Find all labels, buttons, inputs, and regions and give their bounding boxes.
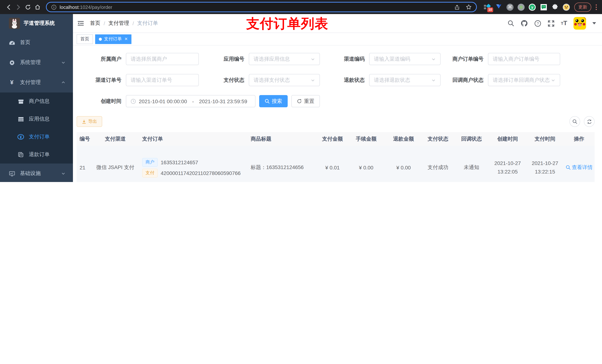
refund-status-select[interactable]: 请选择退款状态	[369, 74, 441, 86]
channel-order-no-input[interactable]: 请输入渠道订单号	[126, 74, 199, 86]
browser-update-button[interactable]: 更新	[574, 2, 591, 12]
font-size-icon[interactable]: TT	[561, 20, 567, 27]
col-id: 编号	[77, 135, 91, 142]
col-actions: 操作	[563, 135, 595, 142]
date-range-input[interactable]: 2021-10-01 00:00:00 - 2021-10-31 23:59:5…	[126, 95, 256, 107]
filter-channel-code: 渠道编码 请输入渠道编码	[320, 53, 441, 65]
clock-icon	[131, 99, 136, 104]
merchant-order-no: 1635312124657	[161, 159, 198, 165]
user-avatar[interactable]	[573, 17, 586, 30]
channel-code-select[interactable]: 请输入渠道编码	[369, 53, 441, 65]
placeholder: 请选择支付状态	[254, 77, 290, 83]
tab-label: 首页	[80, 36, 89, 42]
orders-table: 编号 支付渠道 支付订单 商品标题 支付金额 手续金额 退款金额 支付状态 回调…	[77, 132, 595, 182]
filter-label: 渠道订单号	[77, 77, 126, 83]
forward-button[interactable]	[13, 2, 23, 12]
sidebar-item-refund-order[interactable]: 退款订单	[0, 146, 73, 164]
sidebar-item-pay-order[interactable]: 支付订单	[0, 128, 73, 146]
page-content: 所属商户 请选择所属商户 应用编号 请选择应用信息 渠道编码	[73, 45, 602, 182]
help-icon[interactable]: ?	[534, 20, 541, 27]
table-grid-icon	[16, 116, 25, 122]
filter-label: 商户订单编号	[441, 56, 488, 62]
extension-diamond-icon[interactable]: 10	[484, 3, 491, 11]
monitor-icon	[7, 170, 16, 177]
filter-pay-status: 支付状态 请选择支付状态	[199, 74, 320, 86]
app-select[interactable]: 请选择应用信息	[249, 53, 320, 65]
home-button[interactable]	[32, 2, 42, 12]
breadcrumb-home[interactable]: 首页	[90, 20, 100, 27]
breadcrumb-current: 支付订单	[137, 20, 158, 27]
extensions-row: 10 ⌘ y	[484, 3, 570, 11]
col-refund: 退款金额	[386, 135, 422, 142]
sidebar-toggle-icon[interactable]	[77, 19, 85, 27]
download-icon	[82, 119, 86, 124]
merchant-order-no-input[interactable]: 请输入商户订单编号	[488, 53, 560, 65]
reload-button[interactable]	[23, 2, 32, 12]
extension-command-icon[interactable]: ⌘	[506, 3, 514, 10]
view-detail-link[interactable]: 查看详情	[566, 164, 592, 171]
table-row[interactable]: 21 微信 JSAPI 支付 商户1635312124657 支付4200001…	[77, 146, 595, 182]
pay-tag: 支付	[142, 168, 158, 177]
yen-icon: ¥	[7, 79, 16, 86]
reset-button[interactable]: 重置	[291, 95, 320, 107]
extensions-puzzle-icon[interactable]	[551, 3, 559, 11]
sidebar-item-pay[interactable]: ¥ 支付管理	[0, 73, 73, 93]
store-icon	[16, 98, 25, 104]
site-info-icon[interactable]	[51, 4, 57, 10]
extension-y-icon[interactable]: y	[529, 3, 536, 10]
col-pay-time: 支付时间	[527, 135, 563, 142]
chevron-up-icon	[61, 80, 65, 85]
search-icon	[265, 99, 269, 104]
url-bar[interactable]: localhost:1024/pay/order	[46, 2, 477, 12]
col-status: 支付状态	[422, 135, 454, 142]
fullscreen-icon[interactable]	[548, 20, 555, 27]
dashboard-icon	[7, 39, 16, 46]
browser-toolbar: localhost:1024/pay/order 10 ⌘	[0, 0, 602, 14]
cell-status: 支付成功	[422, 164, 454, 171]
breadcrumb-pay[interactable]: 支付管理	[108, 20, 129, 27]
avatar-dropdown-caret[interactable]	[592, 22, 596, 24]
chevron-down-icon	[61, 60, 65, 65]
toggle-search-button[interactable]	[570, 116, 580, 127]
search-icon[interactable]	[508, 20, 514, 27]
close-icon[interactable]: ✕	[124, 37, 128, 41]
tab-pay-order[interactable]: 支付订单 ✕	[95, 34, 131, 44]
refresh-table-button[interactable]	[584, 116, 595, 127]
sidebar-item-infra[interactable]: 基础设施	[0, 164, 73, 182]
search-button-label: 搜索	[272, 98, 282, 104]
placeholder: 请选择订单回调商户状态	[493, 77, 550, 83]
bookmark-star-icon[interactable]	[466, 4, 472, 10]
sidebar-item-home[interactable]: 首页	[0, 32, 73, 52]
placeholder: 请选择退款状态	[374, 77, 410, 83]
merchant-select[interactable]: 请选择所属商户	[126, 53, 199, 65]
export-button-label: 导出	[88, 118, 97, 125]
sidebar-item-label: 商户信息	[29, 98, 50, 105]
export-button[interactable]: 导出	[77, 116, 102, 127]
search-button[interactable]: 搜索	[259, 95, 288, 107]
sidebar-item-merchant-info[interactable]: 商户信息	[0, 93, 73, 110]
back-button[interactable]	[4, 2, 13, 12]
share-icon[interactable]	[454, 4, 460, 10]
screenshot-root: localhost:1024/pay/order 10 ⌘	[0, 0, 602, 182]
col-fee: 手续金额	[347, 135, 386, 142]
extension-kite-icon[interactable]	[495, 3, 502, 11]
sidebar-item-app-info[interactable]: 应用信息	[0, 110, 73, 128]
cell-id: 21	[77, 165, 91, 171]
cell-refund: ¥ 0.00	[386, 165, 422, 171]
browser-menu-icon[interactable]	[596, 4, 597, 10]
extension-chat-icon[interactable]	[540, 3, 547, 11]
tab-home[interactable]: 首页	[77, 34, 93, 44]
filter-label: 所属商户	[77, 56, 126, 62]
logo-image	[9, 18, 20, 29]
extension-dot-icon[interactable]	[517, 3, 525, 10]
sidebar-item-system[interactable]: 系统管理	[0, 52, 73, 73]
cell-amount: ¥ 0.01	[318, 165, 347, 171]
profile-emoji-icon[interactable]	[563, 3, 570, 10]
cell-channel: 微信 JSAPI 支付	[91, 164, 139, 171]
github-icon[interactable]	[521, 20, 528, 27]
pay-status-select[interactable]: 请选择支付状态	[249, 74, 320, 86]
placeholder: 请输入商户订单编号	[493, 56, 539, 62]
date-end: 2021-10-31 23:59:59	[199, 98, 247, 104]
callback-status-select[interactable]: 请选择订单回调商户状态	[488, 74, 560, 86]
col-order: 支付订单	[139, 135, 249, 142]
